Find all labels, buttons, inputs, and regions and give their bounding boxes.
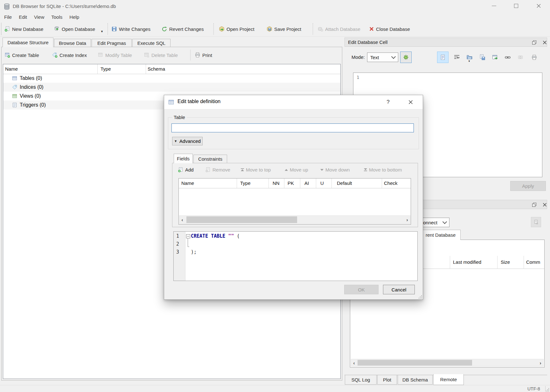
tab-sql-log[interactable]: SQL Log: [345, 375, 377, 385]
toolbar-drag-handle[interactable]: [1, 23, 3, 35]
column-primary-key[interactable]: PK: [288, 178, 294, 188]
float-panel-button[interactable]: [531, 202, 537, 207]
column-divider[interactable]: [268, 178, 269, 188]
edit-database-cell-header[interactable]: Edit Database Cell: [345, 38, 547, 47]
column-divider[interactable]: [300, 178, 300, 188]
column-divider[interactable]: [97, 64, 98, 74]
tree-column-schema[interactable]: Schema: [148, 64, 165, 74]
create-index-button[interactable]: Create Index: [52, 50, 87, 60]
close-panel-button[interactable]: [542, 39, 547, 45]
column-divider[interactable]: [382, 178, 382, 188]
scroll-right-icon[interactable]: ›: [404, 216, 410, 224]
tab-execute-sql[interactable]: Execute SQL: [132, 39, 171, 47]
save-project-button[interactable]: Save Project: [267, 24, 301, 34]
open-database-button[interactable]: Open Database: [54, 24, 95, 34]
tab-browse-data[interactable]: Browse Data: [54, 39, 91, 47]
word-wrap-button[interactable]: [451, 52, 463, 63]
column-divider[interactable]: [237, 178, 237, 188]
scrollbar-thumb[interactable]: [186, 216, 297, 223]
fields-table-header[interactable]: Name Type NN PK AI U Default Check: [179, 178, 411, 188]
dialog-title-bar[interactable]: Edit table definition ?: [164, 95, 423, 109]
tab-remote[interactable]: Remote: [433, 374, 464, 385]
column-check[interactable]: Check: [384, 178, 398, 188]
create-index-icon: [52, 52, 58, 58]
fields-horizontal-scrollbar[interactable]: ‹ ›: [179, 215, 410, 224]
minimize-button[interactable]: [487, 1, 501, 10]
advanced-toggle-button[interactable]: ▼ Advanced: [172, 137, 203, 145]
column-commit[interactable]: Comm: [526, 256, 540, 269]
revert-changes-button[interactable]: Revert Changes: [162, 24, 204, 34]
tab-database-structure[interactable]: Database Structure: [3, 38, 53, 47]
sql-preview[interactable]: 1 2 3 CREATE TABLE "" ( );: [173, 231, 418, 281]
tree-item-indices[interactable]: Indices (0): [3, 83, 340, 92]
open-database-dropdown-icon[interactable]: ▼: [101, 30, 103, 33]
scroll-left-icon[interactable]: ‹: [179, 216, 185, 224]
column-size[interactable]: Size: [501, 256, 510, 269]
import-data-button[interactable]: ▼: [464, 52, 475, 63]
import-dropdown-icon[interactable]: ▼: [468, 60, 470, 63]
close-window-button[interactable]: [532, 1, 546, 10]
menu-view[interactable]: View: [31, 13, 48, 22]
fields-table[interactable]: Name Type NN PK AI U Default Check ‹ ›: [178, 178, 411, 225]
tab-plot[interactable]: Plot: [377, 375, 397, 385]
text-mode-button[interactable]: [437, 52, 449, 63]
auto-switch-mode-button[interactable]: [400, 52, 412, 63]
schema-tree-header[interactable]: Name Type Schema: [3, 64, 340, 74]
tab-edit-pragmas[interactable]: Edit Pragmas: [92, 39, 132, 47]
print-button[interactable]: Print: [195, 50, 212, 60]
new-database-button[interactable]: New Database: [4, 24, 43, 34]
scrollbar-thumb[interactable]: [358, 360, 472, 366]
tab-constraints[interactable]: Constraints: [193, 155, 227, 163]
column-divider[interactable]: [497, 256, 498, 269]
create-table-button[interactable]: Create Table: [4, 50, 39, 60]
tab-db-schema[interactable]: DB Schema: [398, 375, 433, 385]
column-field-type[interactable]: Type: [240, 178, 251, 188]
close-database-button[interactable]: Close Database: [369, 24, 410, 34]
column-divider[interactable]: [331, 178, 332, 188]
maximize-button[interactable]: [509, 1, 523, 10]
code-fold-icon[interactable]: [186, 234, 190, 238]
resize-grip[interactable]: [545, 388, 549, 391]
fold-guide-tick: [188, 247, 189, 247]
column-autoincrement[interactable]: AI: [304, 178, 309, 188]
menu-file[interactable]: File: [1, 13, 15, 22]
open-project-button[interactable]: Open Project: [219, 24, 254, 34]
save-project-label: Save Project: [274, 26, 301, 32]
close-panel-button[interactable]: [542, 202, 547, 207]
dialog-resize-grip[interactable]: [418, 295, 422, 298]
table-name-input[interactable]: [171, 123, 414, 132]
mode-select[interactable]: Text: [367, 52, 398, 62]
chevron-down-icon: ▼: [174, 140, 177, 143]
dialog-close-button[interactable]: [404, 98, 417, 107]
float-panel-button[interactable]: [531, 39, 537, 45]
encoding-indicator[interactable]: UTF-8: [527, 386, 540, 391]
tree-item-tables[interactable]: Tables (0): [3, 74, 340, 83]
column-default[interactable]: Default: [337, 178, 352, 188]
add-field-button[interactable]: Add: [178, 167, 194, 172]
column-not-null[interactable]: NN: [273, 178, 280, 188]
column-field-name[interactable]: Name: [181, 178, 194, 188]
tree-column-type[interactable]: Type: [101, 64, 111, 74]
open-in-external-button[interactable]: [489, 52, 501, 63]
column-divider[interactable]: [316, 178, 316, 188]
scroll-right-icon[interactable]: ›: [538, 359, 543, 366]
scroll-left-icon[interactable]: ‹: [351, 359, 357, 366]
tab-fields[interactable]: Fields: [174, 154, 193, 163]
write-changes-button[interactable]: Write Changes: [111, 24, 150, 34]
menu-tools[interactable]: Tools: [48, 13, 66, 22]
remote-horizontal-scrollbar[interactable]: ‹ ›: [351, 359, 544, 367]
column-divider[interactable]: [284, 178, 284, 188]
column-unique[interactable]: U: [320, 178, 324, 188]
column-divider[interactable]: [450, 256, 450, 269]
print-cell-button[interactable]: [528, 52, 540, 63]
tree-column-name[interactable]: Name: [5, 64, 18, 74]
menu-edit[interactable]: Edit: [15, 13, 31, 22]
export-data-button[interactable]: [477, 52, 488, 63]
copy-link-button[interactable]: [502, 52, 513, 63]
cancel-button[interactable]: Cancel: [383, 285, 415, 294]
column-last-modified[interactable]: Last modified: [453, 256, 481, 269]
column-divider[interactable]: [524, 256, 524, 269]
dialog-help-button[interactable]: ?: [382, 98, 394, 107]
column-divider[interactable]: [146, 64, 146, 74]
menu-help[interactable]: Help: [66, 13, 83, 22]
